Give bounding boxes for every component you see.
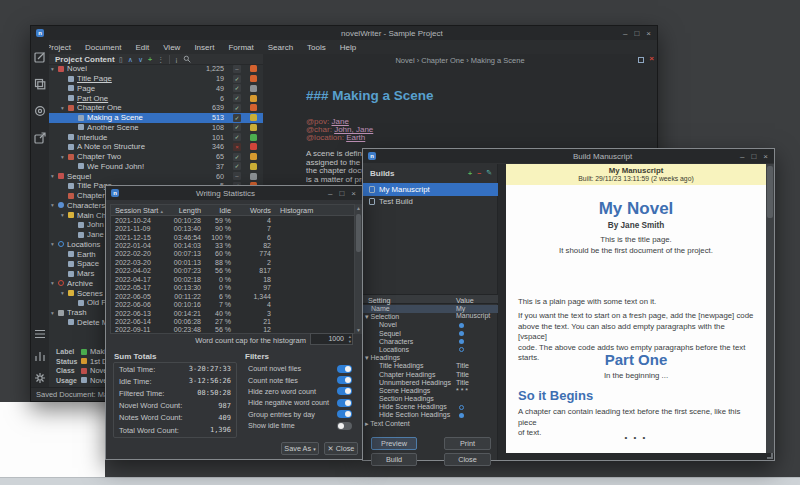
toggle-switch[interactable] bbox=[337, 365, 352, 373]
table-header-row[interactable]: Session Start ▴ Length Idle Words Histog… bbox=[111, 205, 354, 216]
more-options-icon[interactable]: ⋮ bbox=[157, 56, 164, 64]
setting-row[interactable]: ▾ Headings bbox=[363, 354, 498, 362]
setting-row[interactable]: Scene Headings * * * bbox=[363, 387, 498, 395]
setting-row[interactable]: Unnumbered Headings Title bbox=[363, 379, 498, 387]
editor-maximize-icon[interactable] bbox=[638, 57, 644, 63]
col-words[interactable]: Words bbox=[231, 206, 271, 215]
menu-item[interactable]: Search bbox=[261, 43, 300, 52]
active-checkbox[interactable]: – bbox=[233, 172, 241, 180]
setting-toggle-dot[interactable] bbox=[459, 339, 464, 344]
toggle-switch[interactable] bbox=[337, 387, 352, 395]
setting-toggle-dot[interactable] bbox=[459, 364, 464, 369]
tree-row[interactable]: Interlude 101 ✓ bbox=[49, 132, 263, 142]
tree-row[interactable]: ▾ Sequel 60 – bbox=[49, 171, 263, 181]
setting-row[interactable]: ▸ Text Content bbox=[363, 420, 498, 428]
taskbar[interactable] bbox=[0, 477, 800, 485]
tree-row[interactable]: We Found John! 37 ✓ bbox=[49, 162, 263, 172]
edit-build-icon[interactable]: ✎ bbox=[486, 169, 492, 177]
setting-toggle-dot[interactable] bbox=[459, 413, 464, 418]
setting-row[interactable]: Name My Manuscript bbox=[363, 305, 498, 313]
col-session-start[interactable]: Session Start ▴ bbox=[111, 206, 167, 215]
build-list-item[interactable]: My Manuscript bbox=[363, 183, 498, 196]
meta-value[interactable]: Earth bbox=[346, 133, 365, 142]
session-row[interactable]: 2022-06-06 00:10:16 7 % 4 bbox=[111, 300, 354, 308]
tree-row[interactable]: Title Page 19 ✓ bbox=[49, 74, 263, 84]
close-icon[interactable]: × bbox=[763, 152, 768, 161]
setting-row[interactable]: Sequel bbox=[363, 330, 498, 338]
build-button[interactable]: Build bbox=[371, 453, 417, 466]
expand-arrow-icon[interactable]: ▾ bbox=[61, 154, 68, 160]
active-checkbox[interactable]: ✓ bbox=[233, 133, 241, 141]
bookmark-icon[interactable]: ▯ bbox=[119, 56, 123, 64]
scroll-up-icon[interactable]: ▲ bbox=[355, 205, 362, 211]
scrollbar-thumb[interactable] bbox=[767, 166, 773, 218]
tree-row[interactable]: A Note on Structure 346 × bbox=[49, 142, 263, 152]
tree-row[interactable]: Making a Scene 513 ✓ bbox=[49, 113, 263, 123]
tree-row[interactable]: ▾ Novel 1,225 – bbox=[49, 64, 263, 74]
preview-scrollbar[interactable] bbox=[766, 164, 774, 453]
active-checkbox[interactable]: ✓ bbox=[233, 94, 241, 102]
menu-item[interactable]: Insert bbox=[187, 43, 221, 52]
menu-item[interactable]: Edit bbox=[128, 43, 156, 52]
expand-arrow-icon[interactable]: ▾ bbox=[51, 66, 58, 72]
setting-toggle-dot[interactable] bbox=[459, 331, 464, 336]
editor-close-icon[interactable]: × bbox=[649, 54, 654, 63]
project-tree-icon[interactable] bbox=[34, 76, 46, 88]
setting-row[interactable]: Novel bbox=[363, 321, 498, 329]
main-titlebar[interactable]: n novelWriter - Sample Project bbox=[31, 26, 657, 40]
save-as-button[interactable]: Save As ▾ bbox=[281, 442, 319, 455]
active-checkbox[interactable]: ✓ bbox=[233, 75, 241, 83]
maximize-icon[interactable]: □ bbox=[751, 152, 756, 161]
active-checkbox[interactable]: – bbox=[233, 65, 241, 73]
toggle-switch[interactable] bbox=[337, 376, 352, 384]
settings-gear-icon[interactable] bbox=[34, 370, 46, 382]
stats-titlebar[interactable]: n Writing Statistics bbox=[106, 186, 362, 200]
expand-arrow-icon[interactable]: ▾ bbox=[51, 202, 58, 208]
search-icon[interactable] bbox=[183, 55, 191, 64]
print-button[interactable]: Print bbox=[444, 437, 491, 450]
toggle-switch[interactable] bbox=[337, 422, 352, 430]
active-checkbox[interactable]: ✓ bbox=[233, 123, 241, 131]
toggle-switch[interactable] bbox=[337, 399, 352, 407]
setting-toggle-dot[interactable] bbox=[459, 307, 464, 312]
session-row[interactable]: 2022-05-17 00:13:30 0 % 97 bbox=[111, 284, 354, 292]
setting-row[interactable]: Title Headings Title bbox=[363, 362, 498, 370]
setting-toggle-dot[interactable] bbox=[459, 372, 464, 377]
session-row[interactable]: 2021-11-09 00:13:40 90 % 7 bbox=[111, 224, 354, 232]
minimize-icon[interactable]: – bbox=[328, 189, 332, 198]
setting-toggle-dot[interactable] bbox=[459, 356, 464, 361]
minimize-icon[interactable]: – bbox=[740, 152, 744, 161]
menu-item[interactable]: View bbox=[156, 43, 187, 52]
active-checkbox[interactable]: × bbox=[233, 143, 241, 151]
setting-row[interactable]: ▾ Selection bbox=[363, 313, 498, 321]
col-idle[interactable]: Idle bbox=[201, 206, 231, 215]
setting-toggle-dot[interactable] bbox=[459, 347, 464, 352]
close-button[interactable]: Close bbox=[444, 453, 491, 466]
session-row[interactable]: 2022-04-17 00:02:18 0 % 18 bbox=[111, 275, 354, 283]
table-scrollbar[interactable]: ▲ ▼ bbox=[355, 204, 362, 334]
spinner-arrows-icon[interactable]: ▴▾ bbox=[349, 334, 351, 344]
maximize-icon[interactable]: □ bbox=[634, 29, 639, 38]
export-icon[interactable] bbox=[34, 130, 46, 142]
novel-view-icon[interactable] bbox=[34, 103, 46, 115]
scrollbar-thumb[interactable] bbox=[356, 214, 361, 252]
expand-arrow-icon[interactable]: ▾ bbox=[61, 105, 68, 111]
tree-row[interactable]: Page 49 ✓ bbox=[49, 84, 263, 94]
resize-grip[interactable] bbox=[767, 453, 773, 459]
session-row[interactable]: 2021-12-15 03:46:54 100 % 6 bbox=[111, 233, 354, 241]
active-checkbox[interactable]: ✓ bbox=[233, 162, 241, 170]
active-checkbox[interactable]: ✓ bbox=[233, 114, 241, 122]
setting-row[interactable]: Characters bbox=[363, 338, 498, 346]
session-row[interactable]: 2022-03-20 00:01:13 88 % 2 bbox=[111, 258, 354, 266]
writing-stats-icon[interactable] bbox=[34, 348, 46, 360]
cap-spinbox[interactable]: 1000▴▾ bbox=[310, 333, 353, 345]
expand-arrow-icon[interactable]: ▾ bbox=[51, 310, 58, 316]
active-checkbox[interactable]: ✓ bbox=[233, 153, 241, 161]
close-icon[interactable]: × bbox=[351, 189, 356, 198]
session-row[interactable]: 2022-04-02 00:07:23 56 % 817 bbox=[111, 267, 354, 275]
setting-row[interactable]: Locations bbox=[363, 346, 498, 354]
expand-arrow-icon[interactable]: ▾ bbox=[61, 290, 68, 296]
close-icon[interactable]: × bbox=[646, 29, 651, 38]
tree-row[interactable]: Another Scene 108 ✓ bbox=[49, 123, 263, 133]
tree-row[interactable]: Part One 6 ✓ bbox=[49, 93, 263, 103]
